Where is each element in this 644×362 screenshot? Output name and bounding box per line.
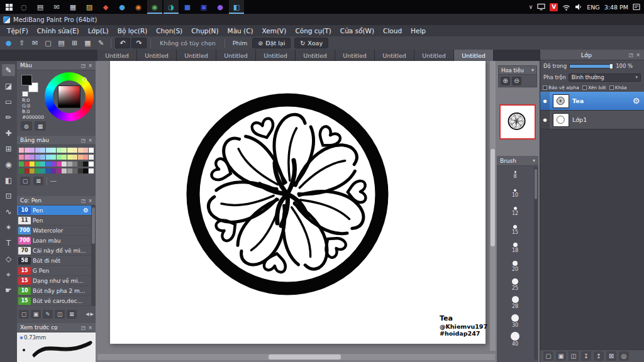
brush-size-option[interactable]: 10 <box>512 184 518 202</box>
rotate-view-button[interactable]: ↻ Xoay <box>294 38 328 48</box>
tab-untitled-8[interactable]: Untitled <box>375 50 414 61</box>
layer-up-icon[interactable]: ↥ <box>594 351 604 361</box>
palette-swatch[interactable] <box>35 155 40 160</box>
edit-brush-icon[interactable]: ✎ <box>43 310 53 319</box>
palette-swatch[interactable] <box>89 162 94 167</box>
palette-swatch[interactable] <box>67 155 72 160</box>
volume-icon[interactable] <box>575 3 582 11</box>
layer-lop1[interactable]: ● Lớp1 ⚙ <box>540 111 644 129</box>
tab-untitled-1[interactable]: Untitled <box>97 50 137 61</box>
brush-list-item[interactable]: 10 Pen ⚙ <box>17 206 91 216</box>
popout-icon[interactable]: ◳ <box>629 52 634 58</box>
jump-paint-icon[interactable]: ● <box>3 38 14 48</box>
divide-tool[interactable]: ⊞ <box>2 143 15 155</box>
add-swatch-icon[interactable]: ▢ <box>20 177 30 185</box>
tab-untitled-4[interactable]: Untitled <box>216 50 256 61</box>
brush-settings-icon[interactable]: ⚙ <box>83 207 91 214</box>
firefox-app-icon[interactable]: ◉ <box>131 0 146 14</box>
navigator-panel-header[interactable]: Hoa tiêu ▾ <box>498 65 537 75</box>
palette-swatch[interactable] <box>25 168 30 173</box>
menu-item-tep[interactable]: Tệp(F) <box>3 25 33 36</box>
menu-item-chup[interactable]: Chụp(N) <box>187 25 223 36</box>
blend-mode-select[interactable]: Bình thường ▾ <box>569 74 641 82</box>
tab-untitled-3[interactable]: Untitled <box>177 50 216 61</box>
action-center-icon[interactable] <box>633 3 640 11</box>
layer-tea[interactable]: ● Tea ⚙ <box>540 92 644 111</box>
save-upload-icon[interactable]: ⇧ <box>16 38 28 48</box>
text-tool[interactable]: T <box>2 237 15 249</box>
palette-swatch[interactable] <box>35 162 40 167</box>
brush-folder-icon[interactable]: ▣ <box>31 310 41 319</box>
palette-swatch[interactable] <box>83 148 88 153</box>
palette-swatch[interactable] <box>78 168 83 173</box>
brush-list-item[interactable]: 700 Loan màu ⚙ <box>17 236 91 246</box>
palette-swatch[interactable] <box>83 162 88 167</box>
palette-swatch[interactable] <box>19 162 24 167</box>
palette-swatch[interactable] <box>72 148 77 153</box>
palette-swatch[interactable] <box>19 148 24 153</box>
palette-swatch[interactable] <box>57 155 62 160</box>
skype-app-icon[interactable]: ● <box>114 0 130 14</box>
brush-list-item[interactable]: 15 G Pen ⚙ <box>17 266 91 276</box>
popout-icon[interactable]: ◳ <box>81 325 86 331</box>
palette-swatch[interactable] <box>83 168 88 173</box>
palette-swatch[interactable] <box>78 148 83 153</box>
palette-swatch[interactable] <box>51 168 56 173</box>
operation-tool[interactable]: ◇ <box>2 253 15 265</box>
palette-swatch[interactable] <box>67 162 72 167</box>
magic-wand-tool[interactable]: ✶ <box>2 221 15 233</box>
brush-size-option[interactable]: 20 <box>512 257 518 275</box>
palette-swatch[interactable] <box>72 162 77 167</box>
checkbox-box[interactable] <box>543 85 547 90</box>
palette-swatch[interactable] <box>62 162 67 167</box>
palette-swatch[interactable] <box>46 148 51 153</box>
foreground-color-swatch[interactable] <box>21 75 32 85</box>
menu-item-chinh-sua[interactable]: Chỉnh sửa(E) <box>33 25 84 36</box>
chrome-app-icon[interactable]: ◉ <box>147 0 162 14</box>
palette-swatch[interactable] <box>51 155 56 160</box>
layer-option-checkbox[interactable]: Bảo vệ alpha <box>543 85 579 90</box>
brush-list-item[interactable]: 10 Bút nãy pha 2 m... ⚙ <box>17 286 91 296</box>
file-explorer-icon[interactable]: ▨ <box>82 0 97 14</box>
brush-size-option[interactable]: 40 <box>511 330 519 348</box>
brush-list-item[interactable]: 15 Bút vẽ caro,dec... ⚙ <box>17 296 91 306</box>
fill-tool[interactable]: ◉ <box>2 158 15 170</box>
reset-view-button[interactable]: ⊘ Đặt lại <box>252 38 291 48</box>
brush-size-option[interactable]: 8 <box>513 166 516 184</box>
brush-tool[interactable]: ✏ <box>2 111 15 123</box>
tab-untitled-10[interactable]: Untitled <box>454 50 494 61</box>
mail-app-icon[interactable]: ✉ <box>49 0 64 14</box>
palette-swatch[interactable] <box>35 168 40 173</box>
palette-swatch[interactable] <box>25 162 30 167</box>
saturation-value-square[interactable] <box>58 85 80 108</box>
layer-option-checkbox[interactable]: Khóa <box>609 85 627 90</box>
checkbox-box[interactable] <box>582 85 587 90</box>
duplicate-layer-icon[interactable]: ◫ <box>569 351 579 361</box>
menu-item-bo-loc[interactable]: Bộ lọc(R) <box>113 25 152 36</box>
palette-swatch[interactable] <box>83 155 88 160</box>
edit-mode-icon[interactable]: ✎ <box>95 38 107 48</box>
popout-icon[interactable]: ◳ <box>81 138 86 143</box>
palette-swatch[interactable] <box>40 162 45 167</box>
checkbox-box[interactable] <box>609 85 614 90</box>
palette-swatch[interactable] <box>30 148 35 153</box>
delete-swatch-icon[interactable]: ⊠ <box>33 177 43 185</box>
close-icon[interactable]: × <box>88 63 92 69</box>
redo-button[interactable]: ↷ <box>131 38 147 48</box>
discord-app-icon[interactable]: ● <box>213 0 228 14</box>
palette-swatch[interactable] <box>46 155 51 160</box>
brush-size-option[interactable]: 12 <box>512 202 518 221</box>
undo-button[interactable]: ↶ <box>115 38 130 48</box>
brush-scroll-left-icon[interactable]: ◀ <box>86 312 89 317</box>
edge-app-icon[interactable]: ◑ <box>164 0 179 14</box>
palette-swatch[interactable] <box>62 148 67 153</box>
brush-list-item[interactable]: 11 Pen ⚙ <box>17 216 91 226</box>
canvas[interactable]: Tea @Khiemvu197 #hoidap247 <box>110 61 486 344</box>
palette-swatch[interactable] <box>35 148 40 153</box>
delete-brush-icon[interactable]: ⊠ <box>67 310 77 319</box>
palette-swatch[interactable] <box>72 168 77 173</box>
menu-item-cloud[interactable]: Cloud <box>379 25 406 36</box>
brush-size-option[interactable]: 18 <box>512 239 518 257</box>
photos-app-icon[interactable]: ▣ <box>196 0 211 14</box>
start-button[interactable] <box>3 1 15 13</box>
